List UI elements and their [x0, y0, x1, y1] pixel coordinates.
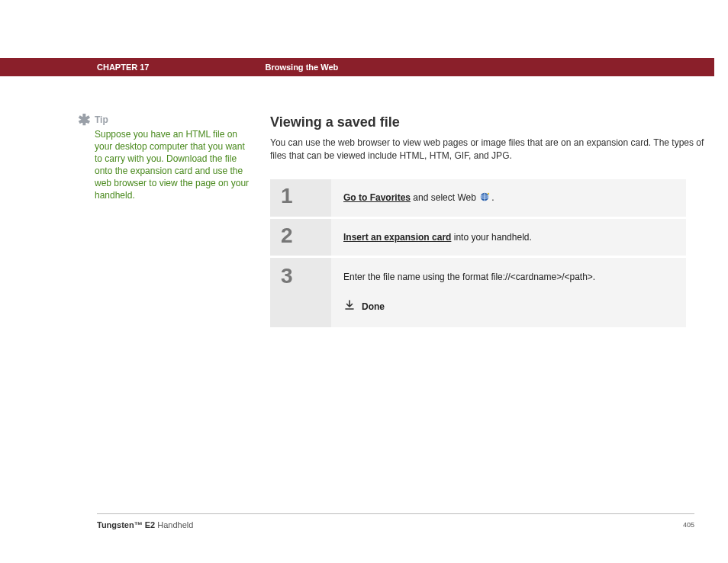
- download-done-icon: [343, 299, 356, 314]
- chapter-header: CHAPTER 17 Browsing the Web: [0, 58, 714, 76]
- step-number-cell: 2: [270, 219, 331, 256]
- done-label: Done: [362, 301, 385, 312]
- step-row: 1 Go to Favorites and select Web .: [270, 179, 686, 217]
- step-row: 2 Insert an expansion card into your han…: [270, 219, 686, 256]
- section-title: Viewing a saved file: [270, 114, 713, 130]
- insert-expansion-card-link[interactable]: Insert an expansion card: [343, 232, 451, 243]
- product-rest: Handheld: [155, 520, 193, 529]
- step-number-cell: 3: [270, 258, 331, 327]
- footer-divider: [97, 513, 694, 514]
- step-number: 3: [281, 264, 293, 288]
- section-intro: You can use the web browser to view web …: [270, 137, 713, 162]
- chapter-topic: Browsing the Web: [265, 63, 338, 72]
- step-body: Enter the file name using the format fil…: [331, 258, 686, 327]
- product-bold: Tungsten™ E2: [97, 520, 155, 529]
- step-text: and select Web: [411, 192, 478, 203]
- step-row: 3 Enter the file name using the format f…: [270, 258, 686, 327]
- svg-point-2: [488, 193, 489, 195]
- main-content: Viewing a saved file You can use the web…: [270, 114, 713, 330]
- step-text: Enter the file name using the format fil…: [343, 272, 674, 282]
- go-to-favorites-link[interactable]: Go to Favorites: [343, 192, 411, 203]
- step-tail: .: [491, 192, 494, 203]
- chapter-number: CHAPTER 17: [97, 63, 149, 72]
- web-icon: [479, 191, 491, 204]
- step-number-cell: 1: [270, 179, 331, 217]
- steps-list: 1 Go to Favorites and select Web . 2 Ins…: [270, 179, 686, 327]
- step-number: 2: [281, 224, 293, 248]
- asterisk-icon: ✱: [78, 114, 95, 201]
- sidebar-tip: ✱ Tip Suppose you have an HTML file on y…: [0, 114, 270, 330]
- page-number: 405: [683, 521, 694, 529]
- tip-heading: Tip: [95, 114, 255, 125]
- step-body: Go to Favorites and select Web .: [331, 179, 686, 217]
- step-body: Insert an expansion card into your handh…: [331, 219, 686, 256]
- content: ✱ Tip Suppose you have an HTML file on y…: [0, 114, 728, 330]
- done-row: Done: [343, 299, 674, 314]
- step-text: into your handheld.: [451, 232, 531, 243]
- product-name: Tungsten™ E2 Handheld: [97, 520, 193, 529]
- footer: Tungsten™ E2 Handheld 405: [97, 520, 694, 529]
- step-number: 1: [281, 184, 293, 208]
- tip-body: Suppose you have an HTML file on your de…: [95, 128, 255, 201]
